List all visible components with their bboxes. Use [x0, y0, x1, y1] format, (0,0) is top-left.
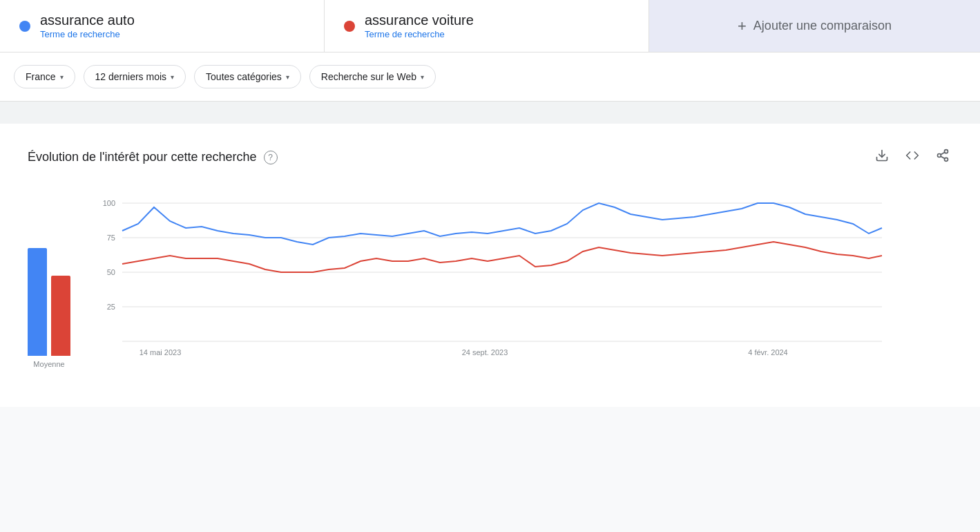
share-icon[interactable] [933, 146, 952, 169]
section-title-group: Évolution de l'intérêt pour cette recher… [28, 150, 278, 164]
svg-line-4 [941, 156, 945, 158]
term1-label: assurance auto [40, 12, 135, 28]
term2-label: assurance voiture [365, 12, 474, 28]
filter-period-label: 12 derniers mois [95, 71, 167, 82]
section-header: Évolution de l'intérêt pour cette recher… [28, 146, 952, 169]
blue-trend-line [122, 203, 882, 245]
svg-text:75: 75 [107, 234, 115, 242]
filters-bar: France ▾ 12 derniers mois ▾ Toutes catég… [0, 53, 980, 102]
main-content: Évolution de l'intérêt pour cette recher… [0, 124, 980, 407]
svg-text:4 févr. 2024: 4 févr. 2024 [748, 348, 788, 357]
bar-red [51, 276, 70, 356]
filter-country-label: France [26, 71, 56, 82]
help-icon[interactable]: ? [264, 151, 278, 164]
svg-text:24 sept. 2023: 24 sept. 2023 [462, 348, 508, 357]
chevron-down-icon: ▾ [286, 73, 289, 81]
embed-icon[interactable] [903, 146, 922, 169]
svg-text:25: 25 [107, 303, 115, 311]
plus-icon: + [738, 17, 747, 35]
chevron-down-icon: ▾ [171, 73, 174, 81]
section-divider [0, 102, 980, 124]
bar-chart-label: Moyenne [33, 360, 64, 368]
bar-blue [28, 248, 47, 356]
term2-dot [344, 21, 355, 32]
svg-text:100: 100 [103, 199, 115, 207]
filter-search-type[interactable]: Recherche sur le Web ▾ [309, 65, 436, 88]
line-chart-svg: 100 75 50 25 14 mai 2023 24 sept. 2023 4… [91, 189, 885, 383]
section-actions [872, 146, 952, 169]
term1-dot [19, 21, 30, 32]
filter-categories-label: Toutes catégories [206, 71, 282, 82]
bars [28, 218, 70, 356]
chart-container: Moyenne 100 75 50 25 14 mai 2023 [28, 189, 952, 385]
download-icon[interactable] [872, 146, 892, 169]
search-term-1[interactable]: assurance auto Terme de recherche [0, 0, 325, 52]
bar-chart-area: Moyenne [28, 218, 70, 385]
term2-subtitle: Terme de recherche [365, 29, 445, 39]
search-terms-bar: assurance auto Terme de recherche assura… [0, 0, 980, 53]
add-comparison-button[interactable]: + Ajouter une comparaison [649, 0, 980, 52]
chevron-down-icon: ▾ [60, 73, 64, 81]
search-term-2[interactable]: assurance voiture Terme de recherche [325, 0, 649, 52]
term1-text: assurance auto Terme de recherche [40, 12, 135, 39]
filter-search-type-label: Recherche sur le Web [321, 71, 416, 82]
svg-text:50: 50 [107, 268, 115, 276]
add-comparison-label: Ajouter une comparaison [753, 19, 892, 33]
filter-period[interactable]: 12 derniers mois ▾ [84, 65, 186, 88]
filter-categories[interactable]: Toutes catégories ▾ [194, 65, 301, 88]
filter-country[interactable]: France ▾ [14, 65, 75, 88]
svg-text:14 mai 2023: 14 mai 2023 [140, 348, 182, 357]
chevron-down-icon: ▾ [421, 73, 424, 81]
red-trend-line [122, 242, 882, 272]
section-title: Évolution de l'intérêt pour cette recher… [28, 150, 257, 164]
term1-subtitle: Terme de recherche [40, 29, 120, 39]
term2-text: assurance voiture Terme de recherche [365, 12, 474, 39]
svg-line-5 [941, 152, 945, 154]
line-chart-area: 100 75 50 25 14 mai 2023 24 sept. 2023 4… [91, 189, 952, 385]
